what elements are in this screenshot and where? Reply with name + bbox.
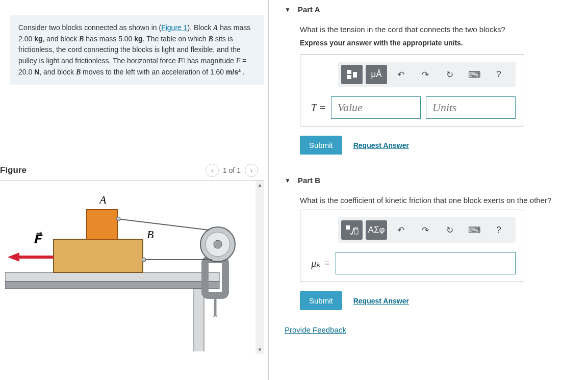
request-answer-b[interactable]: Request Answer bbox=[353, 297, 409, 305]
svg-rect-20 bbox=[354, 229, 358, 234]
submit-button-b[interactable]: Submit bbox=[300, 291, 342, 310]
request-answer-a[interactable]: Request Answer bbox=[353, 141, 409, 149]
part-a-header[interactable]: ▼ Part A bbox=[285, 5, 583, 14]
toolbar-b: ΑΣφ ↶ ↷ ↻ ⌨ ? bbox=[338, 217, 516, 243]
var-F: F bbox=[236, 57, 241, 65]
var-B: B bbox=[76, 68, 81, 76]
svg-point-13 bbox=[142, 258, 146, 262]
undo-button[interactable]: ↶ bbox=[390, 65, 412, 84]
figure-link[interactable]: Figure 1 bbox=[161, 23, 187, 32]
sqrt-icon bbox=[345, 225, 359, 235]
prev-figure-button[interactable]: ‹ bbox=[206, 164, 219, 177]
collapse-icon: ▼ bbox=[285, 6, 291, 13]
svg-rect-17 bbox=[347, 75, 351, 79]
var-B: B bbox=[209, 35, 213, 43]
submit-row-b: Submit Request Answer bbox=[300, 291, 583, 310]
text: , and block bbox=[42, 35, 79, 43]
collapse-icon: ▼ bbox=[285, 177, 291, 184]
right-pane: ▼ Part A What is the tension in the cord… bbox=[269, 0, 588, 380]
unit: N bbox=[34, 68, 39, 76]
fraction-icon bbox=[346, 69, 357, 80]
svg-point-11 bbox=[116, 217, 120, 221]
unit: m/s² bbox=[226, 68, 241, 76]
figure-area: ▲ ▼ bbox=[0, 181, 264, 354]
svg-rect-16 bbox=[347, 70, 351, 74]
svg-rect-9 bbox=[87, 210, 117, 239]
units-input[interactable] bbox=[426, 96, 516, 119]
var-F-vec: F⃗ bbox=[178, 57, 185, 65]
part-a-instruction: Express your answer with the appropriate… bbox=[300, 39, 583, 47]
variable-T: T = bbox=[309, 102, 326, 114]
figure-heading: Figure bbox=[0, 165, 27, 175]
label-B: B bbox=[147, 228, 154, 241]
figure-pager: ‹ 1 of 1 › bbox=[206, 164, 258, 177]
svg-rect-2 bbox=[194, 289, 204, 351]
help-button[interactable]: ? bbox=[488, 220, 509, 240]
templates-button[interactable] bbox=[341, 220, 363, 240]
part-b-title: Part B bbox=[298, 176, 320, 185]
redo-button[interactable]: ↷ bbox=[415, 220, 436, 240]
scrollbar[interactable]: ▲ ▼ bbox=[255, 181, 264, 354]
text: . The table on which bbox=[143, 35, 209, 43]
part-b-question: What is the coefficient of kinetic frict… bbox=[300, 196, 583, 205]
svg-rect-8 bbox=[54, 239, 143, 272]
svg-rect-0 bbox=[5, 272, 219, 282]
redo-button[interactable]: ↷ bbox=[415, 65, 436, 84]
templates-button[interactable] bbox=[341, 65, 363, 84]
submit-button-a[interactable]: Submit bbox=[300, 136, 342, 155]
toolbar-a: μÅ ↶ ↷ ↻ ⌨ ? bbox=[338, 62, 516, 87]
svg-line-10 bbox=[117, 219, 209, 230]
figure-diagram: A B F⃗ bbox=[5, 183, 250, 351]
units-button[interactable]: μÅ bbox=[366, 65, 387, 84]
reset-button[interactable]: ↻ bbox=[439, 65, 461, 84]
text: ). Block bbox=[188, 23, 214, 32]
label-F: F⃗ bbox=[33, 232, 43, 246]
scroll-down-icon[interactable]: ▼ bbox=[255, 345, 264, 354]
svg-marker-15 bbox=[8, 252, 19, 262]
text: has magnitude bbox=[185, 57, 236, 65]
submit-row-a: Submit Request Answer bbox=[300, 136, 583, 155]
pager-text: 1 of 1 bbox=[223, 166, 241, 174]
part-b-answer-box: ΑΣφ ↶ ↷ ↻ ⌨ ? μₖ = bbox=[300, 210, 524, 282]
answer-row-a: T = bbox=[309, 96, 516, 119]
answer-row-b: μₖ = bbox=[309, 252, 516, 274]
unit: kg bbox=[34, 35, 42, 43]
help-button[interactable]: ? bbox=[488, 65, 509, 84]
scroll-up-icon[interactable]: ▲ bbox=[255, 181, 264, 189]
reset-button[interactable]: ↻ bbox=[439, 220, 461, 240]
text: Consider two blocks connected as shown i… bbox=[18, 23, 161, 32]
part-a-answer-box: μÅ ↶ ↷ ↻ ⌨ ? T = bbox=[300, 54, 524, 126]
svg-rect-18 bbox=[353, 72, 357, 78]
next-figure-button[interactable]: › bbox=[245, 164, 258, 177]
figure-header: Figure ‹ 1 of 1 › bbox=[0, 164, 258, 177]
keyboard-button[interactable]: ⌨ bbox=[464, 65, 485, 84]
part-a-question: What is the tension in the cord that con… bbox=[300, 25, 583, 34]
unit: kg bbox=[134, 35, 142, 43]
undo-button[interactable]: ↶ bbox=[390, 220, 412, 240]
text: . bbox=[241, 68, 245, 76]
variable-muk: μₖ = bbox=[309, 257, 330, 269]
text: has mass 5.00 bbox=[84, 35, 134, 43]
svg-rect-19 bbox=[346, 225, 350, 230]
value-input[interactable] bbox=[331, 96, 421, 119]
text: moves to the left with an acceleration o… bbox=[81, 68, 226, 76]
provide-feedback-link[interactable]: Provide Feedback bbox=[285, 325, 346, 334]
value-input-b[interactable] bbox=[336, 252, 516, 274]
text: , and block bbox=[39, 68, 76, 76]
label-A: A bbox=[98, 193, 107, 206]
svg-point-7 bbox=[214, 240, 222, 248]
part-a-title: Part A bbox=[298, 5, 320, 14]
problem-statement: Consider two blocks connected as shown i… bbox=[10, 15, 264, 85]
keyboard-button[interactable]: ⌨ bbox=[464, 220, 485, 240]
greek-button[interactable]: ΑΣφ bbox=[366, 220, 387, 240]
part-b-header[interactable]: ▼ Part B bbox=[285, 176, 583, 185]
left-pane: Consider two blocks connected as shown i… bbox=[0, 0, 269, 380]
svg-rect-1 bbox=[5, 282, 219, 289]
